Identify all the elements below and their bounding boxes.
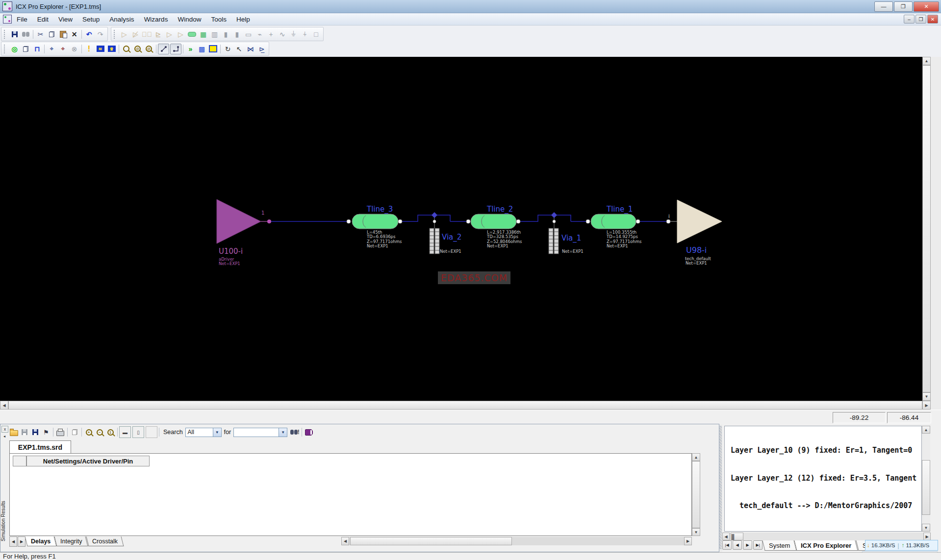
- zoom-out-button[interactable]: @: [143, 44, 154, 54]
- scroll-down-arrow[interactable]: ▼: [922, 524, 930, 532]
- via2-name-label[interactable]: Via_2: [442, 233, 461, 242]
- tline-symbols[interactable]: [352, 214, 636, 229]
- log-vscrollbar[interactable]: ▲ ▼: [922, 426, 930, 532]
- close-button[interactable]: ✕: [914, 1, 939, 12]
- undo-button[interactable]: ↶: [83, 29, 95, 40]
- tab-last-button[interactable]: ▶|: [753, 540, 763, 550]
- place-diff-driver-button[interactable]: ⊵: [153, 29, 164, 40]
- board-button[interactable]: [207, 44, 219, 54]
- select-cursor-button[interactable]: ↖: [233, 44, 245, 54]
- menu-wizards[interactable]: Wizards: [139, 14, 173, 24]
- route-orthogonal-toggle[interactable]: [170, 44, 181, 54]
- canvas-vscroll-thumb[interactable]: [922, 65, 931, 392]
- place-bidir-button[interactable]: ⊳⃒: [141, 29, 153, 40]
- place-plus-button[interactable]: +: [265, 29, 277, 40]
- results-grid[interactable]: Net/Settings/Active Driver/Pin: [9, 453, 692, 536]
- driver-symbol[interactable]: [217, 199, 261, 243]
- scroll-left-arrow[interactable]: ◀: [722, 533, 730, 540]
- schematic-canvas[interactable]: 1 U100-i aDriver Net=EXP1 Tline_3 L=45th…: [0, 57, 922, 401]
- place-via2-button[interactable]: ▮: [231, 29, 243, 40]
- tab-next-button[interactable]: ▶: [743, 540, 752, 550]
- document-tab[interactable]: EXP1.tms.srd: [9, 440, 71, 454]
- menu-tools[interactable]: Tools: [206, 14, 231, 24]
- console-log[interactable]: Layer Layer_10 (9) fixed: Er=1, Tangent=…: [724, 426, 922, 532]
- results-hscroll-thumb[interactable]: [350, 537, 512, 545]
- probe-button[interactable]: ⌖: [46, 44, 57, 54]
- help-book-button[interactable]: [304, 427, 314, 438]
- split-vertical-button[interactable]: ▯: [132, 426, 144, 438]
- find-button[interactable]: [20, 29, 31, 40]
- cut-button[interactable]: ✂: [35, 29, 46, 40]
- save-new-button[interactable]: [30, 427, 41, 438]
- place-coupled-tline-button[interactable]: ▦: [198, 29, 209, 40]
- menu-analysis[interactable]: Analysis: [104, 14, 139, 24]
- tline2-name-label[interactable]: Tline_2: [487, 205, 513, 214]
- zoom-button[interactable]: [121, 44, 132, 54]
- net-copy-button[interactable]: [20, 44, 31, 54]
- column-header[interactable]: Net/Settings/Active Driver/Pin: [26, 456, 150, 466]
- delete-button[interactable]: ✕: [69, 29, 80, 40]
- scroll-down-arrow[interactable]: ▼: [692, 528, 700, 536]
- row-selector-header[interactable]: [13, 456, 26, 466]
- tab-prev-button[interactable]: ◀: [733, 540, 742, 550]
- search-term-combobox[interactable]: ▼: [233, 428, 287, 437]
- paste-button[interactable]: [57, 29, 69, 40]
- network-speed-widget[interactable]: ↓ 16.3KB/S | ↑ 11.3KB/S: [865, 540, 938, 551]
- flip-vertical-button[interactable]: ⋈: [245, 44, 256, 54]
- tab-first-button[interactable]: |◀: [722, 540, 732, 550]
- panel-collapse-button[interactable]: ◂: [1, 433, 7, 439]
- canvas-hscrollbar[interactable]: ◀ ▶: [0, 401, 931, 410]
- receiver-symbol[interactable]: [677, 200, 722, 243]
- via-symbol-via2[interactable]: [430, 228, 439, 254]
- place-buffer2-button[interactable]: ▷: [175, 29, 186, 40]
- driver-pin-dot[interactable]: [267, 219, 271, 223]
- copy-button[interactable]: [46, 29, 57, 40]
- probe-detach-button[interactable]: ⌖: [57, 44, 69, 54]
- toolbar-grip[interactable]: [4, 45, 7, 53]
- flag-button[interactable]: ⚑: [41, 427, 51, 438]
- scroll-up-arrow[interactable]: ▲: [922, 57, 931, 65]
- toolbar-grip[interactable]: [4, 30, 7, 39]
- search-scope-combobox[interactable]: All ▼: [185, 428, 222, 437]
- place-receiver-button[interactable]: ▷̸: [130, 29, 141, 40]
- route-direct-toggle[interactable]: [158, 44, 169, 54]
- zoom-actual-button[interactable]: 1: [105, 427, 116, 438]
- grid-button[interactable]: ▩: [196, 44, 207, 54]
- place-ic-button[interactable]: ▥: [209, 29, 220, 40]
- tab-integrity[interactable]: Integrity: [54, 536, 88, 546]
- place-ground-button[interactable]: ⏚: [288, 29, 299, 40]
- scroll-up-arrow[interactable]: ▲: [922, 426, 930, 434]
- save-button[interactable]: [9, 29, 20, 40]
- place-via-button[interactable]: ▮: [220, 29, 231, 40]
- scroll-right-arrow[interactable]: ▶: [684, 537, 692, 545]
- restore-button[interactable]: ❐: [894, 1, 913, 12]
- chevron-down-icon[interactable]: ▼: [279, 428, 287, 437]
- child-minimize-button[interactable]: –: [904, 15, 915, 24]
- via1-name-label[interactable]: Via_1: [561, 234, 581, 243]
- sweep-viewer-button[interactable]: ♛: [106, 44, 117, 54]
- place-buffer-button[interactable]: ▷: [164, 29, 175, 40]
- scroll-down-arrow[interactable]: ▼: [922, 392, 931, 401]
- tab-icx-pro-explorer[interactable]: ICX Pro Explorer: [794, 540, 859, 551]
- tline1-name-label[interactable]: Tline_1: [607, 205, 633, 214]
- copy-results-button[interactable]: [69, 427, 80, 438]
- child-restore-button[interactable]: ❐: [916, 15, 926, 24]
- disable-button[interactable]: ⊗: [69, 44, 80, 54]
- driver-ref-label[interactable]: U100-i: [219, 247, 243, 256]
- place-wave-button[interactable]: ∿: [277, 29, 288, 40]
- place-pin-button[interactable]: ⍭: [299, 29, 310, 40]
- receiver-ref-label[interactable]: U98-i: [686, 245, 707, 255]
- child-close-button[interactable]: ✕: [927, 15, 938, 24]
- scroll-left-arrow[interactable]: ◀: [0, 401, 8, 410]
- tab-scroll-left[interactable]: ◀: [9, 536, 17, 547]
- rules-check-button[interactable]: !: [83, 44, 95, 54]
- scroll-right-arrow[interactable]: ▶: [923, 533, 931, 540]
- canvas-vscrollbar[interactable]: ▲ ▼: [922, 57, 931, 401]
- scroll-left-arrow[interactable]: ◀: [341, 537, 349, 545]
- rotate-button[interactable]: ↻: [222, 44, 233, 54]
- minimize-button[interactable]: —: [874, 1, 893, 12]
- place-box-button[interactable]: □: [310, 29, 322, 40]
- flip-horizontal-button[interactable]: ⊳̲: [256, 44, 267, 54]
- net-select-button[interactable]: ◎: [9, 44, 20, 54]
- menu-setup[interactable]: Setup: [77, 14, 104, 24]
